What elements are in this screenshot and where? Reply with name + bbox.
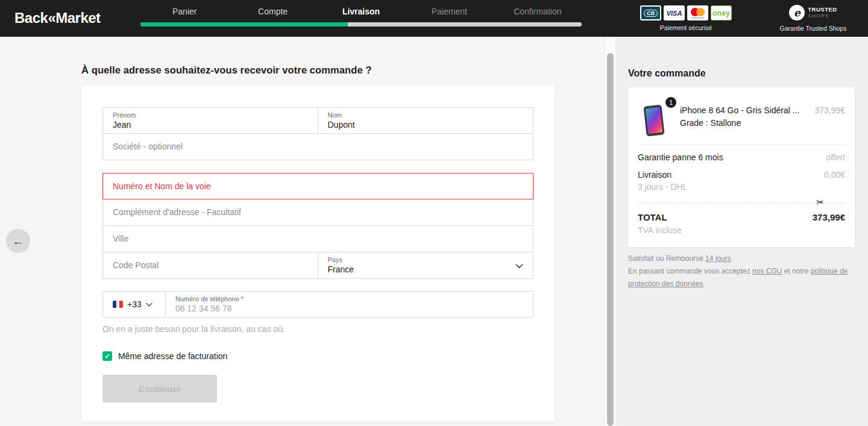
address2-placeholder: Complément d'adresse - Facultatif (103, 199, 533, 225)
main-panel: ← À quelle adresse souhaitez-vous recevo… (0, 37, 605, 426)
billing-address-checkbox-row[interactable]: ✓ Même adresse de facturation (102, 351, 533, 361)
country-value: France (328, 264, 524, 275)
phone-code-value: +33 (127, 299, 142, 309)
product-price: 373,99€ (814, 105, 845, 115)
order-summary-panel: Votre commande 1 iPhone 8 64 Go - Gris S… (615, 37, 868, 426)
order-summary-card: 1 iPhone 8 64 Go - Gris Sidéral ... 373,… (628, 87, 855, 247)
warranty-line: Garantie panne 6 mois offert (638, 152, 845, 162)
street-field[interactable]: Numéro et Nom de la voie (102, 173, 533, 199)
order-summary-title: Votre commande (628, 68, 706, 79)
phone-number-input[interactable]: Numéro de téléphone * 06 12 34 56 78 (166, 292, 533, 317)
company-placeholder: Société - optionnel (103, 134, 533, 159)
last-name-label: Nom (328, 111, 524, 119)
progress-fill (140, 22, 348, 27)
secure-payment-block: CB VISA mastercard oney Paiement sécuris… (640, 5, 732, 31)
trusted-shops-block: e TRUSTED SHOPS Garantie Trusted Shops (775, 5, 851, 32)
city-field[interactable]: Ville (102, 226, 533, 252)
company-field[interactable]: Société - optionnel (102, 134, 533, 160)
phone-country-code-select[interactable]: +33 (103, 292, 166, 317)
continue-button[interactable]: Continuer (102, 375, 217, 403)
last-name-value: Dupont (328, 119, 524, 130)
cgu-link[interactable]: nos CGU (752, 267, 782, 275)
scrollbar-track[interactable] (605, 37, 615, 426)
city-placeholder: Ville (103, 226, 533, 251)
last-name-field[interactable]: Nom Dupont (318, 107, 534, 134)
step-compte[interactable]: Compte (228, 7, 316, 16)
scrollbar-thumb[interactable] (607, 53, 614, 426)
address2-field[interactable]: Complément d'adresse - Facultatif (102, 199, 533, 226)
checkout-header: Back«Market Panier Compte Livraison Paie… (0, 0, 868, 37)
mastercard-icon: mastercard (687, 5, 708, 20)
progress-bar (140, 22, 582, 27)
step-livraison[interactable]: Livraison (317, 7, 405, 16)
dashed-divider: ✂ (638, 202, 845, 203)
step-confirmation: Confirmation (494, 7, 582, 16)
visa-card-icon: VISA (664, 5, 685, 20)
satisfied-refunded-link[interactable]: 14 jours (705, 254, 731, 263)
total-line: TOTAL 373,99€ (638, 212, 845, 222)
checkbox-checked-icon[interactable]: ✓ (102, 351, 112, 361)
checkout-stepper: Panier Compte Livraison Paiement Confirm… (140, 0, 582, 37)
product-image (643, 105, 664, 137)
zip-placeholder: Code Postal (103, 252, 318, 278)
backmarket-logo[interactable]: Back«Market (14, 10, 101, 27)
tva-note: TVA incluse (638, 225, 845, 235)
zip-field[interactable]: Code Postal (102, 252, 318, 279)
terms-text: Satisfait ou Remboursé 14 jours En passa… (628, 252, 857, 290)
shipping-detail: 3 jours - DHL (638, 182, 845, 192)
shipping-line: Livraison 0,00€ (638, 170, 845, 180)
cb-card-icon: CB (640, 5, 661, 20)
secure-payment-label: Paiement sécurisé (640, 24, 732, 31)
page-title: À quelle adresse souhaitez-vous recevoir… (81, 64, 372, 76)
address-form-card: Prénom Jean Nom Dupont Société - optionn… (81, 86, 555, 422)
france-flag-icon (113, 301, 123, 308)
chevron-down-icon (146, 301, 153, 308)
back-arrow-icon: ← (13, 236, 24, 247)
billing-checkbox-label: Même adresse de facturation (118, 351, 227, 361)
first-name-field[interactable]: Prénom Jean (102, 107, 318, 134)
oney-card-icon: oney (711, 5, 732, 20)
chevron-down-icon (515, 262, 523, 270)
scissors-icon: ✂ (814, 197, 826, 208)
street-placeholder: Numéro et Nom de la voie (103, 174, 533, 199)
country-label: Pays (328, 255, 524, 264)
phone-helper-text: On en a juste besoin pour la livraison, … (102, 324, 533, 334)
phone-placeholder: 06 12 34 56 78 (175, 303, 523, 314)
step-panier[interactable]: Panier (140, 7, 228, 16)
phone-field: +33 Numéro de téléphone * 06 12 34 56 78 (102, 291, 533, 318)
country-select[interactable]: Pays France (318, 252, 534, 279)
quantity-badge: 1 (665, 97, 676, 108)
product-grade: Grade : Stallone (680, 118, 845, 128)
first-name-label: Prénom (113, 111, 308, 119)
product-row: 1 iPhone 8 64 Go - Gris Sidéral ... 373,… (638, 97, 845, 145)
step-paiement: Paiement (405, 7, 493, 16)
product-name: iPhone 8 64 Go - Gris Sidéral ... (680, 105, 799, 115)
first-name-value: Jean (113, 119, 308, 130)
trusted-shops-icon: e (789, 5, 805, 20)
back-button[interactable]: ← (6, 229, 30, 253)
phone-label: Numéro de téléphone * (175, 295, 523, 303)
trusted-guarantee-label: Garantie Trusted Shops (775, 25, 851, 32)
